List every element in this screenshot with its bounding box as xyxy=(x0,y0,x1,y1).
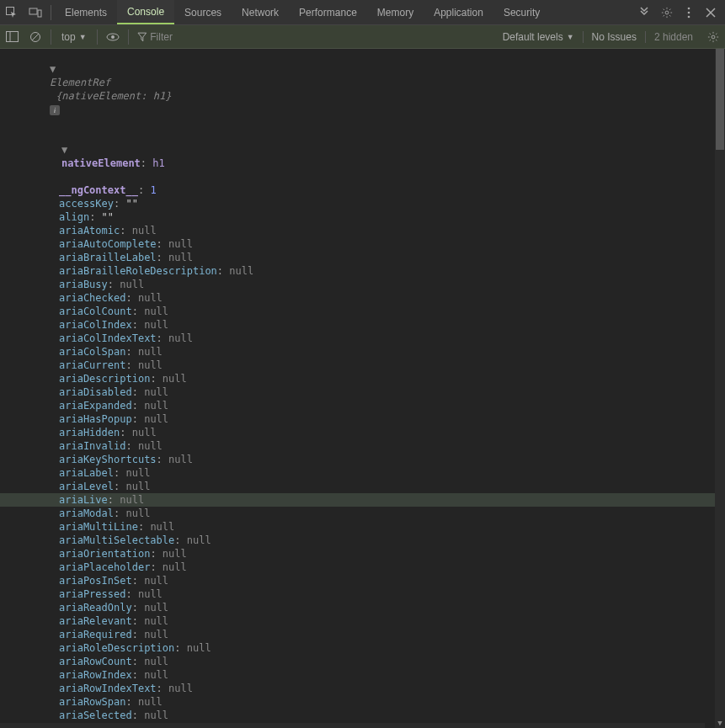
property-row[interactable]: ariaColIndex: null xyxy=(0,318,715,332)
tab-sources[interactable]: Sources xyxy=(174,0,232,24)
property-row[interactable]: ariaReadOnly: null xyxy=(0,601,715,614)
property-key: ariaBusy xyxy=(59,279,108,290)
property-value: null xyxy=(144,413,168,425)
property-row[interactable]: ariaAtomic: null xyxy=(0,224,715,237)
property-key: ariaRowIndex xyxy=(59,669,132,681)
property-row[interactable]: ariaLive: null xyxy=(0,493,715,507)
property-row[interactable]: ariaPressed: null xyxy=(0,587,715,601)
property-key: ariaExpanded xyxy=(59,400,132,412)
property-key: ariaInvalid xyxy=(59,440,125,452)
vertical-scrollbar[interactable]: ▼ xyxy=(715,49,725,728)
property-row[interactable]: ariaColSpan: null xyxy=(0,345,715,359)
property-row[interactable]: ariaRoleDescription: null xyxy=(0,641,715,655)
tab-security[interactable]: Security xyxy=(493,0,550,24)
property-row[interactable]: ariaColCount: null xyxy=(0,305,715,318)
filter-input[interactable] xyxy=(147,29,493,45)
property-row[interactable]: align: "" xyxy=(0,210,715,224)
property-row[interactable]: ariaRowIndex: null xyxy=(0,668,715,682)
property-row[interactable]: ariaRequired: null xyxy=(0,628,715,641)
property-row[interactable]: ariaPlaceholder: null xyxy=(0,561,715,574)
property-row[interactable]: ariaDescription: null xyxy=(0,372,715,385)
info-icon[interactable]: i xyxy=(50,105,60,115)
issues-button[interactable]: No Issues xyxy=(583,31,646,43)
property-value: null xyxy=(168,454,193,465)
property-value: null xyxy=(125,507,150,519)
property-row[interactable]: ariaAutoComplete: null xyxy=(0,237,715,251)
property-row[interactable]: ariaColIndexText: null xyxy=(0,332,715,345)
property-row[interactable]: ariaDisabled: null xyxy=(0,385,715,399)
property-row[interactable]: ariaBrailleLabel: null xyxy=(0,251,715,264)
console-output: ▼ ElementRef {nativeElement: h1} i ▼ nat… xyxy=(0,49,715,728)
property-value: "" xyxy=(125,198,137,210)
tab-memory[interactable]: Memory xyxy=(367,0,424,24)
property-row[interactable]: ariaRowCount: null xyxy=(0,655,715,668)
property-row[interactable]: ariaInvalid: null xyxy=(0,439,715,453)
property-value: h1 xyxy=(152,157,164,169)
property-row[interactable]: ariaModal: null xyxy=(0,507,715,520)
property-row[interactable]: ariaMultiLine: null xyxy=(0,520,715,534)
property-row[interactable]: ariaPosInSet: null xyxy=(0,574,715,587)
property-row[interactable]: ariaLabel: null xyxy=(0,466,715,480)
property-row[interactable]: ariaKeyShortcuts: null xyxy=(0,453,715,466)
horizontal-scrollbar[interactable] xyxy=(0,723,705,728)
tab-network[interactable]: Network xyxy=(232,0,289,24)
sidebar-toggle-icon[interactable] xyxy=(0,26,24,48)
property-row[interactable]: ariaMultiSelectable: null xyxy=(0,534,715,547)
svg-point-5 xyxy=(688,11,690,13)
property-row[interactable]: ariaLevel: null xyxy=(0,480,715,493)
expand-arrow-icon[interactable]: ▼ xyxy=(50,62,58,76)
gear-icon[interactable] xyxy=(656,0,678,25)
property-row[interactable]: ariaBrailleRoleDescription: null xyxy=(0,264,715,278)
more-tabs-icon[interactable] xyxy=(632,0,656,25)
inspect-icon[interactable] xyxy=(0,0,24,25)
log-levels-selector[interactable]: Default levels ▼ xyxy=(494,31,583,43)
tab-application[interactable]: Application xyxy=(424,0,493,24)
levels-label: Default levels xyxy=(503,31,563,43)
native-element-row[interactable]: ▼ nativeElement: h1 xyxy=(0,130,715,183)
property-row[interactable]: ariaRowSpan: null xyxy=(0,695,715,709)
property-row[interactable]: ariaCurrent: null xyxy=(0,359,715,372)
property-key: ariaRowCount xyxy=(59,656,132,667)
divider xyxy=(128,29,129,45)
property-row[interactable]: ariaChecked: null xyxy=(0,291,715,305)
clear-console-icon[interactable] xyxy=(24,26,47,48)
property-value: null xyxy=(163,548,187,560)
property-row[interactable]: ariaRowIndexText: null xyxy=(0,682,715,695)
property-key: ariaCurrent xyxy=(59,359,125,371)
close-icon[interactable] xyxy=(700,0,722,25)
expand-arrow-icon[interactable]: ▼ xyxy=(61,143,70,157)
property-row[interactable]: ariaOrientation: null xyxy=(0,547,715,561)
property-row[interactable]: ariaBusy: null xyxy=(0,278,715,291)
property-row[interactable]: ariaRelevant: null xyxy=(0,614,715,628)
device-toggle-icon[interactable] xyxy=(24,0,47,25)
tab-performance[interactable]: Performance xyxy=(289,0,367,24)
tab-console[interactable]: Console xyxy=(117,0,174,24)
property-value: null xyxy=(125,467,150,479)
context-selector[interactable]: top ▼ xyxy=(55,25,93,48)
property-row[interactable]: ariaExpanded: null xyxy=(0,399,715,412)
divider xyxy=(97,29,98,45)
live-expression-icon[interactable] xyxy=(101,26,125,48)
property-key: accessKey xyxy=(59,198,114,210)
console-settings-icon[interactable] xyxy=(701,31,725,43)
property-key: ariaColSpan xyxy=(59,346,125,358)
devtools-tabbar: ElementsConsoleSourcesNetworkPerformance… xyxy=(0,0,725,25)
property-row[interactable]: ariaHasPopup: null xyxy=(0,412,715,426)
property-key: ariaRowSpan xyxy=(59,696,125,708)
tab-elements[interactable]: Elements xyxy=(55,0,117,24)
property-row[interactable]: ariaHidden: null xyxy=(0,426,715,439)
property-row[interactable]: accessKey: "" xyxy=(0,197,715,210)
object-root[interactable]: ▼ ElementRef {nativeElement: h1} i xyxy=(0,49,715,130)
property-value: null xyxy=(144,602,168,614)
hidden-count[interactable]: 2 hidden xyxy=(646,31,701,43)
scrollbar-thumb[interactable] xyxy=(716,49,724,150)
property-row[interactable]: __ngContext__: 1 xyxy=(0,183,715,197)
property-value: null xyxy=(138,346,163,358)
property-key: ariaDescription xyxy=(59,373,150,385)
kebab-icon[interactable] xyxy=(678,0,700,25)
scroll-down-icon[interactable]: ▼ xyxy=(715,719,725,727)
property-value: null xyxy=(132,225,157,236)
svg-point-12 xyxy=(111,35,115,39)
chevron-down-icon: ▼ xyxy=(79,33,87,41)
property-row[interactable]: ariaSelected: null xyxy=(0,709,715,722)
